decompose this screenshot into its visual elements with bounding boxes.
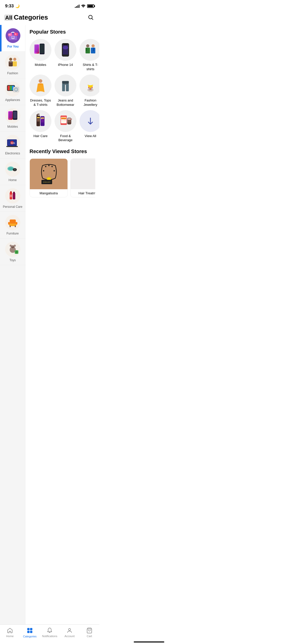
svg-point-125 bbox=[47, 178, 50, 180]
sidebar-label-electronics: Electronics bbox=[5, 152, 20, 155]
store-item-view-all[interactable]: View All bbox=[79, 110, 99, 143]
appliances-icon bbox=[5, 81, 20, 97]
sidebar-item-mobiles[interactable]: Mobiles bbox=[0, 105, 25, 132]
nav-label-home: Home bbox=[6, 635, 13, 636]
svg-text:TRE: TRE bbox=[37, 118, 39, 119]
cart-nav-icon bbox=[86, 627, 92, 634]
svg-rect-106 bbox=[37, 114, 40, 115]
account-nav-icon bbox=[66, 627, 73, 634]
sidebar-label-for-you: For You bbox=[7, 45, 19, 48]
categories-nav-icon bbox=[26, 627, 33, 634]
store-label-jewellery: Fashion Jewellery bbox=[79, 98, 99, 107]
svg-point-9 bbox=[13, 36, 15, 37]
svg-rect-64 bbox=[15, 252, 18, 252]
popular-stores-grid: Mobiles iPhon bbox=[30, 39, 95, 142]
nav-item-categories[interactable]: Categories bbox=[22, 627, 37, 636]
fashion-icon bbox=[5, 55, 20, 70]
nav-item-notifications[interactable]: Notifications bbox=[42, 627, 57, 636]
nav-label-notifications: Notifications bbox=[42, 635, 57, 636]
store-label-shirts: Shirts & T-shirts bbox=[79, 63, 99, 71]
store-item-food[interactable]: Kellogg's Corn Flakes NESCAFÉ Food & Bev… bbox=[55, 110, 76, 143]
header: AllCategories bbox=[0, 11, 99, 25]
svg-rect-80 bbox=[86, 48, 87, 51]
svg-rect-49 bbox=[10, 219, 16, 224]
store-item-dresses[interactable]: Dresses, Tops & T-shirts bbox=[30, 75, 51, 107]
rv-label-mangalsutra: Mangalsutra bbox=[30, 189, 67, 197]
moon-icon: 🌙 bbox=[15, 4, 20, 8]
store-item-hair-care[interactable]: TRE K Hair Care bbox=[30, 110, 51, 143]
svg-point-14 bbox=[13, 58, 16, 61]
sidebar-item-furniture[interactable]: Furniture bbox=[0, 212, 25, 239]
svg-point-127 bbox=[48, 165, 50, 166]
svg-point-0 bbox=[83, 7, 84, 7]
nav-item-cart[interactable]: Cart bbox=[82, 627, 97, 636]
store-item-jewellery[interactable]: Fashion Jewellery bbox=[79, 75, 99, 107]
home-nav-icon bbox=[7, 627, 13, 634]
electronics-icon: ROG bbox=[5, 135, 20, 150]
svg-rect-50 bbox=[8, 222, 10, 225]
store-label-dresses: Dresses, Tops & T-shirts bbox=[30, 98, 51, 107]
search-button[interactable] bbox=[86, 13, 95, 22]
store-item-iphone14[interactable]: iPhone 14 bbox=[55, 39, 76, 71]
svg-rect-27 bbox=[9, 112, 12, 118]
store-icon-mobiles bbox=[30, 39, 51, 61]
svg-point-76 bbox=[63, 46, 68, 49]
bottom-nav: Home Categories Notifications Account bbox=[0, 624, 99, 636]
battery-icon bbox=[87, 4, 94, 8]
svg-rect-15 bbox=[13, 61, 17, 66]
store-icon-iphone14 bbox=[55, 39, 76, 61]
svg-point-11 bbox=[9, 58, 12, 61]
svg-point-24 bbox=[15, 89, 17, 91]
sidebar-item-toys[interactable]: Toys bbox=[0, 239, 25, 265]
wifi-icon bbox=[81, 4, 86, 8]
nav-item-account[interactable]: Account bbox=[62, 627, 77, 636]
sidebar-label-mobiles: Mobiles bbox=[7, 125, 18, 128]
svg-rect-51 bbox=[16, 222, 17, 225]
sidebar: % % For You bbox=[0, 25, 25, 636]
svg-point-57 bbox=[10, 245, 12, 247]
view-all-circle[interactable] bbox=[79, 110, 99, 132]
signal-icon bbox=[75, 4, 79, 8]
svg-rect-143 bbox=[30, 631, 32, 633]
store-item-jeans[interactable]: Jeans and Bottomwear bbox=[55, 75, 76, 107]
svg-text:Kellogg's: Kellogg's bbox=[61, 118, 66, 119]
store-item-mobiles[interactable]: Mobiles bbox=[30, 39, 51, 71]
svg-rect-29 bbox=[13, 111, 17, 119]
svg-point-99 bbox=[90, 89, 91, 90]
rv-card-hair-treatment[interactable]: Hair Treatment bbox=[70, 158, 95, 197]
svg-rect-46 bbox=[10, 195, 12, 197]
svg-point-98 bbox=[92, 87, 93, 88]
store-label-view-all: View All bbox=[85, 134, 96, 138]
svg-rect-69 bbox=[40, 44, 44, 53]
home-icon bbox=[5, 162, 20, 177]
store-icon-shirts bbox=[79, 39, 99, 61]
sidebar-item-home[interactable]: Home bbox=[0, 158, 25, 185]
rv-label-hair-treatment: Hair Treatment bbox=[71, 189, 95, 197]
svg-rect-83 bbox=[93, 48, 94, 51]
nav-item-home[interactable]: Home bbox=[2, 627, 18, 636]
svg-point-58 bbox=[14, 245, 16, 247]
main-layout: % % For You bbox=[0, 25, 99, 636]
sidebar-item-electronics[interactable]: ROG Electronics bbox=[0, 132, 25, 158]
store-label-hair-care: Hair Care bbox=[33, 134, 48, 138]
rv-card-mangalsutra[interactable]: JEWELLERY Mangalsutra bbox=[30, 158, 68, 197]
svg-text:ROG: ROG bbox=[11, 142, 15, 144]
nav-label-categories: Categories bbox=[23, 635, 36, 636]
svg-point-77 bbox=[82, 41, 99, 59]
store-item-shirts[interactable]: Shirts & T-shirts bbox=[79, 39, 99, 71]
svg-rect-20 bbox=[10, 86, 12, 90]
sidebar-item-appliances[interactable]: Appliances bbox=[0, 78, 25, 105]
sidebar-item-fashion[interactable]: Fashion bbox=[0, 52, 25, 78]
for-you-icon: % % bbox=[5, 28, 21, 43]
personal-care-icon bbox=[5, 188, 20, 203]
sidebar-item-personal-care[interactable]: Personal Care bbox=[0, 185, 25, 212]
svg-rect-67 bbox=[35, 45, 39, 53]
store-icon-food: Kellogg's Corn Flakes NESCAFÉ bbox=[55, 110, 76, 132]
rv-img-mangalsutra: JEWELLERY bbox=[30, 159, 68, 189]
svg-point-130 bbox=[53, 170, 55, 171]
svg-point-118 bbox=[62, 120, 66, 123]
all-badge: All bbox=[4, 14, 13, 21]
sidebar-item-for-you[interactable]: % % For You bbox=[0, 25, 25, 52]
svg-point-86 bbox=[57, 77, 74, 94]
nav-label-account: Account bbox=[64, 635, 75, 636]
